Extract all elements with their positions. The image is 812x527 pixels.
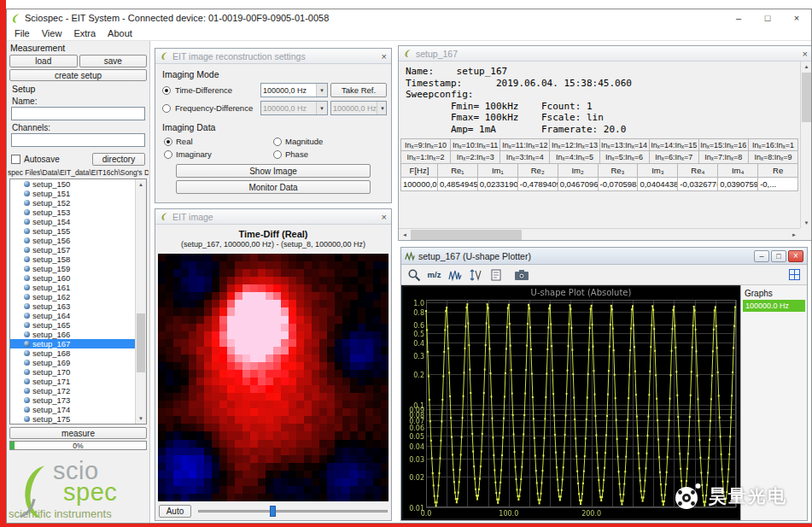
setup-v-scrollbar[interactable]: ▲ ▼ bbox=[800, 61, 811, 228]
close-button[interactable]: × bbox=[782, 9, 811, 26]
measure-button[interactable]: measure bbox=[9, 427, 147, 439]
plotter-minimize-button[interactable]: – bbox=[754, 250, 769, 262]
setup-info-titlebar[interactable]: setup_167 × bbox=[399, 46, 811, 61]
scroll-right-icon[interactable]: ► bbox=[788, 229, 800, 241]
eit-scale-slider[interactable] bbox=[198, 505, 388, 518]
plotter-maximize-button[interactable]: □ bbox=[771, 250, 786, 262]
maximize-button[interactable]: □ bbox=[753, 9, 782, 26]
setup-list-item[interactable]: setup_158 bbox=[10, 255, 135, 264]
setup-list-item[interactable]: setup_166 bbox=[10, 330, 135, 339]
mz-tool-button[interactable]: m/z bbox=[426, 266, 442, 283]
magnitude-radio[interactable] bbox=[273, 138, 282, 146]
setup-list-item[interactable]: setup_151 bbox=[10, 189, 135, 198]
eit-image-close-icon[interactable]: × bbox=[382, 212, 387, 222]
scroll-left-icon[interactable]: ◄ bbox=[399, 229, 411, 241]
recon-close-icon[interactable]: × bbox=[382, 51, 387, 61]
menu-item-about[interactable]: About bbox=[102, 26, 138, 40]
layout-icon[interactable] bbox=[786, 266, 803, 283]
setup-list-item[interactable]: setup_170 bbox=[10, 367, 135, 377]
setup-list-item[interactable]: setup_156 bbox=[10, 236, 135, 245]
setup-list-item-label: setup_154 bbox=[32, 217, 70, 226]
real-radio[interactable] bbox=[164, 138, 172, 146]
autoscale-tool-icon[interactable] bbox=[467, 266, 483, 283]
name-input[interactable] bbox=[11, 107, 145, 120]
setup-list-item[interactable]: setup_153 bbox=[10, 208, 135, 217]
setup-list-item[interactable]: setup_173 bbox=[10, 395, 135, 405]
setup-list-item[interactable]: setup_163 bbox=[10, 302, 135, 311]
setup-list-item[interactable]: setup_150 bbox=[10, 179, 135, 189]
setup-list-item[interactable]: setup_168 bbox=[10, 348, 135, 358]
load-button[interactable]: load bbox=[9, 55, 78, 67]
menu-item-file[interactable]: File bbox=[9, 26, 36, 40]
imaginary-radio[interactable] bbox=[164, 150, 172, 159]
injection-header-cell: Inₓ=5:Inₓ=6 bbox=[600, 151, 650, 164]
setup-section-label: Setup bbox=[12, 84, 144, 94]
directory-button[interactable]: directory bbox=[92, 153, 145, 166]
setup-list-item[interactable]: setup_171 bbox=[10, 377, 135, 386]
save-button[interactable]: save bbox=[79, 55, 148, 67]
injection-header-cell: Inₓ=8:Inₓ=9 bbox=[749, 151, 798, 164]
channels-label: Channels: bbox=[12, 123, 144, 132]
monitor-data-button[interactable]: Monitor Data bbox=[176, 180, 371, 194]
menu-item-extra[interactable]: Extra bbox=[67, 26, 102, 40]
eit-slider-thumb[interactable] bbox=[270, 506, 276, 517]
list-scroll-thumb[interactable] bbox=[137, 313, 145, 372]
setup-bullet-icon bbox=[24, 407, 30, 413]
setup-h-scrollbar[interactable]: ◄ ► bbox=[399, 228, 800, 240]
imaging-data-option-real[interactable]: Real bbox=[164, 137, 273, 146]
frequency-difference-label: Frequency-Difference bbox=[175, 103, 258, 113]
report-tool-icon[interactable] bbox=[488, 266, 504, 283]
setup-list-item[interactable]: setup_152 bbox=[10, 198, 135, 208]
time-difference-radio[interactable] bbox=[162, 86, 171, 95]
setup-list-scrollbar[interactable]: ▲ ▼ bbox=[135, 179, 146, 424]
setup-list-item[interactable]: setup_172 bbox=[10, 386, 135, 395]
h-scroll-thumb[interactable] bbox=[411, 230, 522, 240]
plotter-titlebar[interactable]: setup_167 (U-shape Plotter) – □ × bbox=[401, 248, 807, 265]
take-ref-button[interactable]: Take Ref. bbox=[330, 83, 387, 97]
show-image-button[interactable]: Show Image bbox=[176, 164, 371, 178]
v-scroll-thumb[interactable] bbox=[802, 73, 811, 122]
setup-list-item[interactable]: setup_167 bbox=[10, 339, 135, 348]
freq-diff-select-2[interactable]: 100000,0 Hz ▾ bbox=[330, 101, 387, 115]
setup-list-item[interactable]: setup_155 bbox=[10, 226, 135, 236]
column-header-cell: Re bbox=[758, 164, 798, 178]
radio-label: Magnitude bbox=[285, 137, 323, 146]
imaging-data-option-phase[interactable]: Phase bbox=[273, 149, 383, 159]
imaging-data-option-imaginary[interactable]: Imaginary bbox=[164, 149, 273, 159]
frequency-difference-radio[interactable] bbox=[162, 104, 171, 113]
create-setup-button[interactable]: create setup bbox=[9, 69, 147, 81]
setup-list-item[interactable]: setup_169 bbox=[10, 358, 135, 367]
menu-item-view[interactable]: View bbox=[36, 26, 68, 40]
scroll-up-icon[interactable]: ▲ bbox=[136, 179, 146, 190]
recon-settings-titlebar[interactable]: EIT image reconstruction settings × bbox=[155, 49, 391, 64]
time-diff-frequency-select[interactable]: 100000,0 Hz ▾ bbox=[260, 83, 328, 97]
zoom-tool-icon[interactable] bbox=[406, 266, 422, 283]
freq-diff-select-1[interactable]: 100000,0 Hz ▾ bbox=[260, 101, 328, 115]
channels-input[interactable] bbox=[11, 133, 145, 147]
setup-list-item[interactable]: setup_162 bbox=[10, 292, 135, 302]
setup-info-close-icon[interactable]: × bbox=[803, 49, 808, 59]
graph-item[interactable]: 100000.0 Hz bbox=[743, 300, 805, 312]
setup-list-item[interactable]: setup_159 bbox=[10, 264, 135, 273]
scroll-down-icon[interactable]: ▼ bbox=[801, 218, 811, 228]
eit-image-titlebar[interactable]: EIT image × bbox=[155, 209, 391, 225]
setup-list-item[interactable]: setup_154 bbox=[10, 217, 135, 226]
waveform-tool-icon[interactable] bbox=[447, 266, 463, 283]
phase-radio[interactable] bbox=[273, 150, 282, 159]
setup-list-item[interactable]: setup_164 bbox=[10, 311, 135, 320]
plotter-close-button[interactable]: × bbox=[788, 250, 803, 262]
imaging-data-option-magnitude[interactable]: Magnitude bbox=[273, 137, 383, 146]
camera-tool-icon[interactable] bbox=[513, 266, 529, 283]
auto-scale-button[interactable]: Auto bbox=[159, 505, 191, 518]
setup-list-item[interactable]: setup_161 bbox=[10, 283, 135, 292]
setup-list-item[interactable]: setup_157 bbox=[10, 245, 135, 255]
setup-list-item[interactable]: setup_165 bbox=[10, 320, 135, 330]
minimize-button[interactable]: – bbox=[724, 9, 753, 26]
setup-list-item[interactable]: setup_160 bbox=[10, 273, 135, 283]
scroll-up-icon[interactable]: ▲ bbox=[801, 61, 811, 72]
main-titlebar[interactable]: Sciospec - EIT System - Connected device… bbox=[7, 9, 811, 26]
setup-list-item[interactable]: setup_174 bbox=[10, 405, 135, 414]
autosave-checkbox[interactable] bbox=[11, 155, 20, 164]
scroll-down-icon[interactable]: ▼ bbox=[136, 413, 146, 424]
setup-list-item[interactable]: setup_175 bbox=[10, 414, 135, 424]
